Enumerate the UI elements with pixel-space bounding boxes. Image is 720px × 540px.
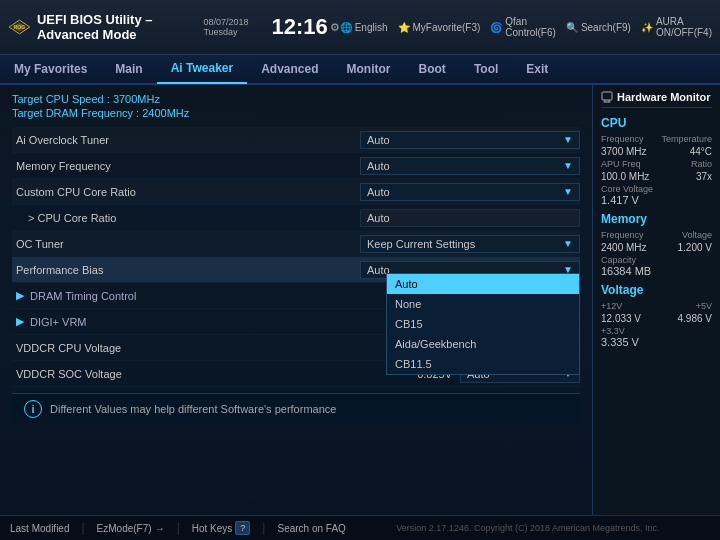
- ai-overclock-dropdown[interactable]: Auto ▼: [360, 131, 580, 149]
- hw-cpu-values: 3700 MHz 44°C: [601, 146, 712, 157]
- dropdown-arrow-0: ▼: [563, 134, 573, 145]
- hw-12v-label: +12V: [601, 301, 622, 311]
- ai-overclock-label: Ai Overclock Tuner: [12, 134, 360, 146]
- memory-freq-value: Auto: [367, 160, 390, 172]
- monitor-icon: [601, 91, 613, 103]
- performance-bias-label: Performance Bias: [12, 264, 360, 276]
- hw-voltage-title: Voltage: [601, 283, 712, 297]
- vddcr-soc-label: VDDCR SOC Voltage: [12, 368, 400, 380]
- custom-cpu-core-ratio-row: Custom CPU Core Ratio Auto ▼: [12, 179, 580, 205]
- search-faq-action[interactable]: Search on FAQ: [277, 523, 345, 534]
- ezmode-action[interactable]: EzMode(F7)→: [97, 523, 165, 534]
- oc-tuner-row: OC Tuner Keep Current Settings ▼: [12, 231, 580, 257]
- hw-cpu-temp-value: 44°C: [690, 146, 712, 157]
- svg-rect-3: [602, 92, 612, 100]
- nav-my-favorites[interactable]: My Favorites: [0, 54, 101, 84]
- hotkey-badge: ?: [235, 521, 250, 535]
- hw-33v-value: 3.335 V: [601, 336, 712, 348]
- hw-volt-values: 12.033 V 4.986 V: [601, 313, 712, 324]
- nav-tool[interactable]: Tool: [460, 54, 512, 84]
- hot-keys-action[interactable]: Hot Keys ?: [192, 521, 251, 535]
- performance-bias-dropdown-popup: Auto None CB15 Aida/Geekbench CB11.5: [386, 273, 580, 375]
- hw-mem-volt-label: Voltage: [682, 230, 712, 240]
- custom-cpu-core-ratio-label: Custom CPU Core Ratio: [12, 186, 360, 198]
- hw-cpu-labels: Frequency Temperature: [601, 134, 712, 144]
- hw-capacity-label: Capacity: [601, 255, 712, 265]
- memory-freq-label: Memory Frequency: [12, 160, 360, 172]
- oc-tuner-label: OC Tuner: [12, 238, 360, 250]
- svg-text:ROG: ROG: [14, 24, 26, 30]
- hw-apu-values: 100.0 MHz 37x: [601, 171, 712, 182]
- hw-12v-value: 12.033 V: [601, 313, 641, 324]
- digi-vrm-label: DIGI+ VRM: [30, 316, 87, 328]
- utility-aura[interactable]: ✨ AURA ON/OFF(F4): [641, 16, 712, 38]
- hw-core-voltage-value: 1.417 V: [601, 194, 712, 206]
- hw-volt-labels: +12V +5V: [601, 301, 712, 311]
- utility-search-label: Search(F9): [581, 22, 631, 33]
- last-modified: Last Modified: [10, 523, 69, 534]
- nav-boot[interactable]: Boot: [405, 54, 460, 84]
- content-area: Target CPU Speed : 3700MHz Target DRAM F…: [0, 85, 720, 515]
- date-display: 08/07/2018: [203, 17, 263, 27]
- hw-capacity-value: 16384 MB: [601, 265, 712, 277]
- aura-icon: ✨: [641, 22, 653, 33]
- custom-cpu-core-ratio-dropdown[interactable]: Auto ▼: [360, 183, 580, 201]
- memory-freq-row: Memory Frequency Auto ▼: [12, 153, 580, 179]
- dropdown-arrow-4: ▼: [563, 238, 573, 249]
- dropdown-option-auto[interactable]: Auto: [387, 274, 579, 294]
- utility-myfavorite[interactable]: ⭐ MyFavorite(F3): [398, 22, 481, 33]
- info-text: Different Values may help different Soft…: [50, 403, 336, 415]
- custom-cpu-core-ratio-value: Auto: [367, 186, 390, 198]
- nav-exit[interactable]: Exit: [512, 54, 562, 84]
- ai-overclock-tuner-row: Ai Overclock Tuner Auto ▼: [12, 127, 580, 153]
- hw-cpu-temp-label: Temperature: [661, 134, 712, 144]
- utility-search[interactable]: 🔍 Search(F9): [566, 22, 631, 33]
- utility-english[interactable]: 🌐 English: [340, 22, 388, 33]
- hw-memory-title: Memory: [601, 212, 712, 226]
- dropdown-option-none[interactable]: None: [387, 294, 579, 314]
- nav-monitor[interactable]: Monitor: [333, 54, 405, 84]
- globe-icon: 🌐: [340, 22, 352, 33]
- dropdown-arrow-2: ▼: [563, 186, 573, 197]
- target-dram-freq: Target DRAM Frequency : 2400MHz: [12, 107, 580, 119]
- nav-main[interactable]: Main: [101, 54, 156, 84]
- hw-cpu-freq-value: 3700 MHz: [601, 146, 647, 157]
- main-container: ROG UEFI BIOS Utility – Advanced Mode 08…: [0, 0, 720, 540]
- target-cpu-speed: Target CPU Speed : 3700MHz: [12, 93, 580, 105]
- oc-tuner-value: Keep Current Settings: [367, 238, 475, 250]
- utility-english-label: English: [355, 22, 388, 33]
- dram-timing-label: DRAM Timing Control: [30, 290, 136, 302]
- hw-5v-label: +5V: [696, 301, 712, 311]
- hw-apu-freq-value: 100.0 MHz: [601, 171, 649, 182]
- hw-cpu-freq-label: Frequency: [601, 134, 644, 144]
- datetime: 08/07/2018 Tuesday: [203, 17, 263, 37]
- dropdown-arrow-1: ▼: [563, 160, 573, 171]
- hw-ratio-value: 37x: [696, 171, 712, 182]
- dropdown-option-aida[interactable]: Aida/Geekbench: [387, 334, 579, 354]
- bios-title: UEFI BIOS Utility – Advanced Mode: [37, 12, 204, 42]
- hw-cpu-title: CPU: [601, 116, 712, 130]
- cpu-core-ratio-label: > CPU Core Ratio: [12, 212, 360, 224]
- target-info: Target CPU Speed : 3700MHz Target DRAM F…: [12, 93, 580, 119]
- hw-mem-freq-label: Frequency: [601, 230, 644, 240]
- info-icon: i: [24, 400, 42, 418]
- memory-freq-dropdown[interactable]: Auto ▼: [360, 157, 580, 175]
- dropdown-option-cb15[interactable]: CB15: [387, 314, 579, 334]
- nav-advanced[interactable]: Advanced: [247, 54, 332, 84]
- nav-ai-tweaker[interactable]: Ai Tweaker: [157, 54, 247, 84]
- day-display: Tuesday: [203, 27, 263, 37]
- oc-tuner-dropdown[interactable]: Keep Current Settings ▼: [360, 235, 580, 253]
- hw-mem-freq-value: 2400 MHz: [601, 242, 647, 253]
- dropdown-option-cb11[interactable]: CB11.5: [387, 354, 579, 374]
- hw-apu-freq-label: APU Freq: [601, 159, 641, 169]
- hw-mem-values: 2400 MHz 1.200 V: [601, 242, 712, 253]
- search-icon: 🔍: [566, 22, 578, 33]
- bottom-bar: Last Modified | EzMode(F7)→ | Hot Keys ?…: [0, 515, 720, 540]
- hw-33v-label: +3.3V: [601, 326, 712, 336]
- hw-core-voltage-label: Core Voltage: [601, 184, 712, 194]
- utility-qfan[interactable]: 🌀 Qfan Control(F6): [490, 16, 556, 38]
- hw-mem-volt-value: 1.200 V: [678, 242, 712, 253]
- cpu-core-ratio-row: > CPU Core Ratio Auto: [12, 205, 580, 231]
- ai-overclock-value: Auto: [367, 134, 390, 146]
- hw-monitor-panel: Hardware Monitor CPU Frequency Temperatu…: [592, 85, 720, 515]
